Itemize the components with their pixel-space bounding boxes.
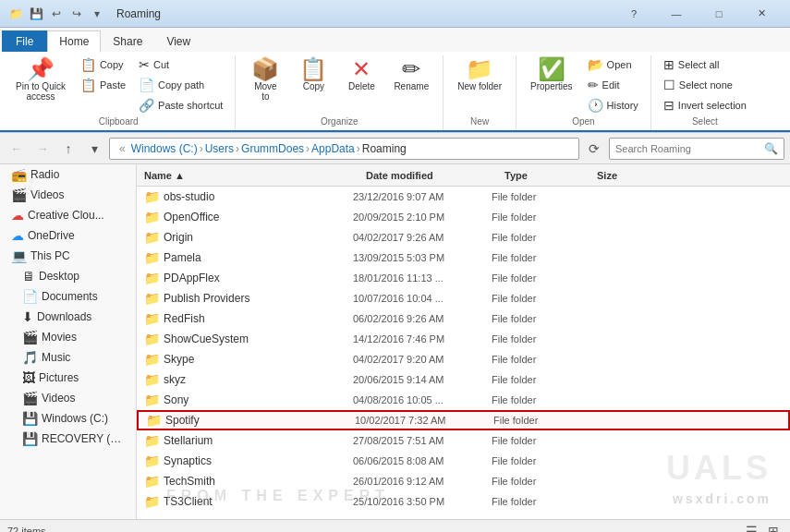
table-row[interactable]: 📁 Pamela 13/09/2015 5:03 PM File folder [137, 248, 790, 268]
address-path[interactable]: « Windows (C:) › Users › GrummDoes › App… [109, 138, 579, 160]
sidebar-item-movies[interactable]: 🎬 Movies [0, 327, 136, 347]
copy-button[interactable]: 📋 Copy [76, 55, 130, 74]
new-group: 📁 New folder New [444, 55, 517, 130]
sidebar-item-videos2[interactable]: 🎬 Videos [0, 388, 136, 408]
select-all-button[interactable]: ⊞ Select all [659, 55, 751, 74]
tab-share[interactable]: Share [101, 30, 154, 52]
open-label: Open [607, 59, 632, 70]
save-icon[interactable]: 💾 [28, 6, 44, 22]
recent-locations-button[interactable]: ▾ [83, 138, 105, 160]
tab-home[interactable]: Home [47, 30, 101, 53]
undo-icon[interactable]: ↩ [48, 6, 65, 22]
table-row[interactable]: 📁 Synaptics 06/06/2015 8:08 AM File fold… [137, 451, 790, 471]
minimize-button[interactable]: — [655, 0, 698, 28]
sidebar-item-creative-cloud[interactable]: ☁ Creative Clou... [0, 205, 136, 225]
forward-button[interactable]: → [31, 138, 54, 160]
sidebar-item-onedrive[interactable]: ☁ OneDrive [0, 225, 136, 246]
sidebar-item-music[interactable]: 🎵 Music [0, 347, 136, 368]
folder-icon: 📁 [144, 271, 160, 285]
sidebar-item-windows-c[interactable]: 💾 Windows (C:) [0, 408, 136, 429]
pin-to-quick-access-button[interactable]: 📌 Pin to Quickaccess [9, 55, 72, 104]
sidebar-item-desktop[interactable]: 🖥 Desktop [0, 266, 136, 286]
sidebar-item-documents[interactable]: 📄 Documents [0, 286, 136, 307]
properties-button[interactable]: ✅ Properties [524, 55, 579, 94]
table-row[interactable]: 📁 Stellarium 27/08/2015 7:51 AM File fol… [137, 430, 790, 451]
copy-to-button[interactable]: 📋 Copy [291, 55, 335, 94]
sidebar-item-downloads[interactable]: ⬇ Downloads [0, 307, 136, 327]
table-row[interactable]: 📁 Skype 04/02/2017 9:20 AM File folder [137, 349, 790, 369]
breadcrumb-windows[interactable]: Windows (C:) [131, 142, 198, 155]
table-row[interactable]: 📁 Origin 04/02/2017 9:26 AM File folder [137, 227, 790, 248]
column-name[interactable]: Name ▲ [144, 170, 366, 181]
select-none-button[interactable]: ☐ Select none [659, 76, 751, 94]
music-icon: 🎵 [22, 350, 38, 365]
file-type: File folder [493, 415, 586, 426]
paste-button[interactable]: 📋 Paste [76, 76, 130, 94]
redo-icon[interactable]: ↪ [68, 6, 85, 22]
copy-path-button[interactable]: 📄 Copy path [134, 76, 227, 94]
path-chevron1: › [200, 142, 203, 155]
move-to-button[interactable]: 📦 Moveto [243, 55, 287, 104]
select-all-label: Select all [678, 59, 720, 70]
table-row[interactable]: 📁 skyz 20/06/2015 9:14 AM File folder [137, 369, 790, 390]
column-size[interactable]: Size [597, 170, 783, 181]
column-type[interactable]: Type [504, 170, 597, 181]
table-row[interactable]: 📁 PDAppFlex 18/01/2016 11:13 ... File fo… [137, 268, 790, 288]
back-button[interactable]: ← [6, 138, 28, 160]
pin-icon: 📌 [27, 58, 55, 80]
maximize-button[interactable]: □ [698, 0, 740, 28]
new-buttons: 📁 New folder [451, 55, 508, 115]
table-row[interactable]: 📁 RedFish 06/02/2016 9:26 AM File folder [137, 308, 790, 329]
new-folder-button[interactable]: 📁 New folder [451, 55, 508, 94]
sidebar-item-recovery[interactable]: 💾 RECOVERY (… [0, 429, 136, 449]
paste-shortcut-button[interactable]: 🔗 Paste shortcut [134, 96, 227, 115]
up-button[interactable]: ↑ [57, 138, 79, 160]
table-row[interactable]: 📁 TS3Client 25/10/2016 3:50 PM File fold… [137, 491, 790, 512]
sidebar-item-this-pc[interactable]: 💻 This PC [0, 246, 136, 266]
details-view-button[interactable]: ☰ [742, 522, 760, 533]
open-group-label: Open [572, 116, 594, 127]
tab-file[interactable]: File [2, 30, 47, 52]
help-button[interactable]: ? [613, 0, 655, 28]
table-row[interactable]: 📁 OpenOffice 20/09/2015 2:10 PM File fol… [137, 207, 790, 227]
breadcrumb-grummdoes[interactable]: GrummDoes [241, 142, 304, 155]
breadcrumb-appdata[interactable]: AppData [311, 142, 355, 155]
sidebar-item-label: Creative Clou... [28, 209, 104, 222]
sidebar-item-videos1[interactable]: 🎬 Videos [0, 185, 136, 205]
table-row[interactable]: 📁 Publish Providers 10/07/2016 10:04 ...… [137, 288, 790, 308]
table-row[interactable]: 📁 Sony 04/08/2016 10:05 ... File folder [137, 390, 790, 410]
folder-icon: 📁 [144, 291, 160, 306]
table-row[interactable]: 📁 obs-studio 23/12/2016 9:07 AM File fol… [137, 187, 790, 207]
open-buttons: ✅ Properties 📂 Open ✏ Edit 🕐 History [524, 55, 643, 115]
search-box[interactable]: 🔍 [609, 138, 784, 160]
refresh-button[interactable]: ⟳ [583, 138, 605, 160]
folder-icon: 📁 [144, 332, 160, 346]
column-date[interactable]: Date modified [366, 170, 504, 181]
new-group-label: New [470, 116, 489, 127]
tab-view[interactable]: View [154, 30, 202, 52]
rename-button[interactable]: ✏ Rename [387, 55, 435, 94]
search-input[interactable] [615, 143, 760, 154]
window-title: Roaming [116, 7, 161, 20]
cut-icon: ✂ [139, 57, 150, 72]
sidebar-item-radio[interactable]: 📻 Radio [0, 164, 136, 185]
invert-selection-button[interactable]: ⊟ Invert selection [659, 96, 751, 115]
dropdown-icon[interactable]: ▾ [89, 6, 105, 22]
file-name: 📁 skyz [144, 372, 353, 387]
close-button[interactable]: ✕ [740, 0, 783, 28]
edit-button[interactable]: ✏ Edit [583, 76, 643, 94]
open-button[interactable]: 📂 Open [583, 55, 643, 74]
file-date: 10/02/2017 7:32 AM [355, 415, 493, 426]
file-type: File folder [492, 232, 584, 243]
history-button[interactable]: 🕐 History [583, 96, 643, 115]
sidebar-item-pictures[interactable]: 🖼 Pictures [0, 368, 136, 388]
breadcrumb-users[interactable]: Users [205, 142, 234, 155]
table-row[interactable]: 📁 Spotify 10/02/2017 7:32 AM File folder [137, 410, 790, 430]
table-row[interactable]: 📁 TechSmith 26/01/2016 9:12 AM File fold… [137, 471, 790, 491]
paste-shortcut-icon: 🔗 [139, 98, 154, 113]
cut-button[interactable]: ✂ Cut [134, 55, 227, 74]
table-row[interactable]: 📁 ShowCueSystem 14/12/2016 7:46 PM File … [137, 329, 790, 349]
file-date: 23/12/2016 9:07 AM [353, 191, 492, 202]
delete-button[interactable]: ✕ Delete [339, 55, 383, 94]
large-icons-view-button[interactable]: ⊞ [764, 522, 783, 533]
